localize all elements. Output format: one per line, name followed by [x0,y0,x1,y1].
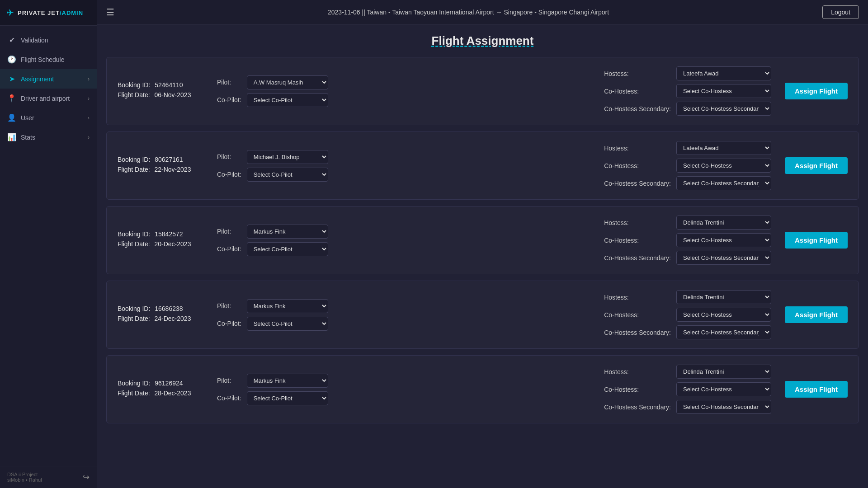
pilot-select-0[interactable]: A.W Masruq Masih [247,75,328,89]
hostess-label-4: Hostess: [604,368,671,375]
copilot-label-1: Co-Pilot: [217,171,241,178]
sidebar-label-assignment: Assignment [21,75,83,83]
pilot-section-2: Pilot: Markus Fink Co-Pilot: Select Co-P… [217,225,595,256]
copilot-select-2[interactable]: Select Co-Pilot [247,242,328,256]
chevron-right-icon-4: › [88,134,90,141]
copilot-select-0[interactable]: Select Co-Pilot [247,93,328,107]
sidebar-label-flight-schedule: Flight Schedule [21,56,90,63]
pilot-label-3: Pilot: [217,302,241,310]
hostess-select-2[interactable]: Delinda Trentini [676,216,771,230]
sidebar-item-validation[interactable]: ✔ Validation [0,30,97,50]
booking-id-value-0: 52464110 [155,81,183,89]
content-area: Flight Assignment Booking ID: 52464110 F… [97,25,868,488]
logout-icon[interactable]: ↪ [83,472,90,482]
footer-line2: siMobin • Rahul [7,477,42,483]
location-icon: 📍 [7,94,16,103]
plane-icon: ✈ [6,7,14,18]
flight-date-label-1: Flight Date: [118,166,150,173]
booking-info-3: Booking ID: 16686238 Flight Date: 24-Dec… [118,305,208,325]
assign-flight-button-3[interactable]: Assign Flight [785,306,848,323]
pilot-label-4: Pilot: [217,377,241,384]
arrow-right-icon: ➤ [7,75,16,83]
header-destination: Singapore - Singapore Changi Airport [504,9,609,16]
pilot-select-4[interactable]: Markus Fink [247,374,328,388]
sidebar-item-stats[interactable]: 📊 Stats › [0,127,97,147]
assign-flight-button-1[interactable]: Assign Flight [785,157,848,174]
assign-flight-button-0[interactable]: Assign Flight [785,83,848,99]
hostess-select-1[interactable]: Lateefa Awad [676,141,771,155]
sidebar-item-user[interactable]: 👤 User › [0,108,97,127]
chevron-right-icon-2: › [88,95,90,102]
flight-card-4: Booking ID: 96126924 Flight Date: 28-Dec… [106,355,859,423]
flight-date-value-2: 20-Dec-2023 [154,240,191,248]
flight-card-2: Booking ID: 15842572 Flight Date: 20-Dec… [106,206,859,274]
flight-date-label-3: Flight Date: [118,315,150,322]
cohostess-secondary-select-3[interactable]: Select Co-Hostess Secondary [676,325,771,339]
assign-flight-button-2[interactable]: Assign Flight [785,232,848,249]
flight-date-value-1: 22-Nov-2023 [154,166,191,173]
app-title: PRIVATE JET/ADMIN [18,9,83,16]
booking-id-value-3: 16686238 [155,305,183,312]
booking-id-label-0: Booking ID: [118,81,150,89]
hostess-select-0[interactable]: Lateefa Awad [676,66,771,80]
booking-id-row-2: Booking ID: 15842572 [118,230,208,238]
checkmark-icon: ✔ [7,36,16,44]
copilot-select-4[interactable]: Select Co-Pilot [247,391,328,405]
cohostess-secondary-select-2[interactable]: Select Co-Hostess Secondary [676,251,771,265]
sidebar-item-flight-schedule[interactable]: 🕐 Flight Schedule [0,50,97,69]
cohostess-secondary-select-0[interactable]: Select Co-Hostess Secondary [676,102,771,116]
cohostess-secondary-label-3: Co-Hostess Secondary: [604,329,671,336]
cohostess-label-1: Co-Hostess: [604,162,671,169]
cohostess-secondary-label-4: Co-Hostess Secondary: [604,404,671,411]
pilot-section-3: Pilot: Markus Fink Co-Pilot: Select Co-P… [217,299,595,331]
sidebar-footer: DSA ii Project siMobin • Rahul ↪ [0,466,97,488]
header-arrow: → [496,9,504,16]
flight-date-row-1: Flight Date: 22-Nov-2023 [118,166,208,173]
cohostess-label-4: Co-Hostess: [604,386,671,393]
booking-id-value-4: 96126924 [155,380,183,387]
pilot-select-1[interactable]: Michael J. Bishop [247,150,328,164]
cohostess-secondary-select-4[interactable]: Select Co-Hostess Secondary [676,400,771,414]
cohostess-select-1[interactable]: Select Co-Hostess [676,159,771,173]
hostess-label-1: Hostess: [604,145,671,152]
flight-date-label-4: Flight Date: [118,389,150,397]
flight-date-row-2: Flight Date: 20-Dec-2023 [118,240,208,248]
booking-id-row-3: Booking ID: 16686238 [118,305,208,312]
logout-button[interactable]: Logout [822,5,859,19]
hostess-select-4[interactable]: Delinda Trentini [676,365,771,379]
sidebar-label-stats: Stats [21,134,83,141]
flight-date-value-3: 24-Dec-2023 [154,315,191,322]
cohostess-select-4[interactable]: Select Co-Hostess [676,382,771,396]
flight-date-label-0: Flight Date: [118,91,150,99]
hostess-select-3[interactable]: Delinda Trentini [676,290,771,304]
sidebar-nav: ✔ Validation 🕐 Flight Schedule ➤ Assignm… [0,26,97,466]
cohostess-secondary-label-2: Co-Hostess Secondary: [604,254,671,262]
assign-flight-button-4[interactable]: Assign Flight [785,381,848,398]
cohostess-select-2[interactable]: Select Co-Hostess [676,233,771,247]
sidebar-item-assignment[interactable]: ➤ Assignment › [0,69,97,89]
pilot-section-1: Pilot: Michael J. Bishop Co-Pilot: Selec… [217,150,595,182]
hostess-section-0: Hostess: Lateefa Awad Co-Hostess: Select… [604,66,771,116]
copilot-label-4: Co-Pilot: [217,394,241,402]
pilot-select-3[interactable]: Markus Fink [247,299,328,313]
booking-info-1: Booking ID: 80627161 Flight Date: 22-Nov… [118,156,208,176]
cohostess-secondary-select-1[interactable]: Select Co-Hostess Secondary [676,176,771,190]
header-separator: || [362,9,367,16]
copilot-select-3[interactable]: Select Co-Pilot [247,317,328,331]
hostess-label-3: Hostess: [604,294,671,301]
stats-icon: 📊 [7,133,16,141]
cohostess-select-0[interactable]: Select Co-Hostess [676,84,771,98]
pilot-label-0: Pilot: [217,79,241,86]
booking-id-label-4: Booking ID: [118,380,150,387]
chevron-right-icon-3: › [88,115,90,121]
flight-card-0: Booking ID: 52464110 Flight Date: 06-Nov… [106,57,859,125]
pilot-select-2[interactable]: Markus Fink [247,225,328,239]
sidebar-item-driver-airport[interactable]: 📍 Driver and airport › [0,89,97,108]
menu-icon[interactable]: ☰ [106,7,114,18]
copilot-label-3: Co-Pilot: [217,320,241,327]
booking-id-row-1: Booking ID: 80627161 [118,156,208,163]
cohostess-select-3[interactable]: Select Co-Hostess [676,308,771,322]
copilot-select-1[interactable]: Select Co-Pilot [247,168,328,182]
cohostess-secondary-label-0: Co-Hostess Secondary: [604,105,671,113]
header-date: 2023-11-06 [328,9,360,16]
